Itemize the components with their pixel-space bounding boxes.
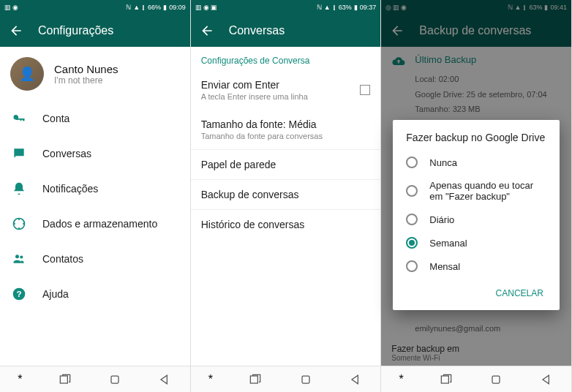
- nav-back-icon[interactable]: [539, 372, 554, 387]
- status-bar: ▥ ◉ ▣ ℕ ▲ ⫿ 63% ▮ 09:37: [191, 0, 381, 15]
- radio-icon: [406, 260, 418, 272]
- help-icon: ?: [12, 287, 26, 301]
- nav-home-icon[interactable]: [489, 372, 503, 387]
- item-title: Papel de parede: [201, 159, 371, 170]
- appbar-title: Conversas: [229, 24, 285, 37]
- svg-text:?: ?: [16, 289, 21, 298]
- battery-icon: ▮: [163, 4, 167, 11]
- radio-label: Nunca: [429, 157, 457, 168]
- nav-bar: *: [381, 366, 571, 392]
- menu-label: Notificações: [42, 183, 98, 195]
- radio-daily[interactable]: Diário: [393, 208, 560, 231]
- menu-contacts[interactable]: Contatos: [0, 241, 190, 276]
- radio-monthly[interactable]: Mensal: [393, 255, 560, 278]
- radio-never[interactable]: Nunca: [393, 151, 560, 174]
- profile-name: Canto Nunes: [54, 63, 118, 75]
- battery-text: 63%: [339, 4, 352, 11]
- app-bar: Configurações: [0, 15, 190, 47]
- nav-back-icon[interactable]: [157, 372, 172, 387]
- contacts-icon: [12, 252, 26, 266]
- nav-home-icon[interactable]: [108, 372, 122, 387]
- nfc-icon: ℕ: [317, 4, 322, 11]
- appbar-title: Configurações: [38, 24, 113, 37]
- radio-icon: [406, 157, 418, 168]
- item-title: Backup de conversas: [201, 189, 371, 200]
- backup-frequency-dialog: Fazer backup no Google Drive Nunca Apena…: [393, 120, 560, 310]
- item-title: Enviar com Enter: [201, 79, 308, 91]
- radio-icon: [406, 214, 418, 225]
- radio-label: Mensal: [429, 261, 460, 272]
- chat-icon: [12, 146, 26, 161]
- screen-backup: ◎ ▥ ◉ ℕ ▲ ⫿ 63% ▮ 09:41 Backup de conver…: [381, 0, 572, 392]
- svg-rect-8: [302, 376, 309, 383]
- status-bar: ▥ ◉ ℕ ▲ ⫿ 66% ▮ 09:09: [0, 0, 190, 15]
- svg-rect-6: [111, 376, 118, 383]
- bell-icon: [12, 181, 26, 196]
- cancel-button[interactable]: CANCELAR: [490, 284, 549, 303]
- wifi-icon: ▲: [324, 4, 331, 11]
- menu-account[interactable]: Conta: [0, 101, 190, 136]
- radio-label: Apenas quando eu tocar em "Fazer backup": [429, 180, 546, 202]
- nfc-icon: ℕ: [126, 4, 131, 11]
- back-icon[interactable]: [9, 23, 23, 38]
- clock-text: 09:37: [360, 4, 377, 11]
- svg-rect-5: [60, 376, 67, 383]
- nav-recent-icon[interactable]: [58, 372, 72, 387]
- radio-icon-selected: [406, 237, 418, 249]
- nav-menu-icon[interactable]: *: [399, 373, 403, 386]
- nav-menu-icon[interactable]: *: [208, 373, 213, 386]
- sim-icon: ▥: [4, 4, 11, 11]
- app-bar: Conversas: [191, 15, 381, 47]
- svg-rect-9: [441, 376, 448, 383]
- nav-home-icon[interactable]: [298, 372, 313, 387]
- sim-icon: ▥: [195, 4, 202, 11]
- svg-rect-7: [251, 376, 258, 383]
- nav-menu-icon[interactable]: *: [18, 373, 22, 386]
- item-enter-send[interactable]: Enviar com Enter A tecla Enter insere um…: [191, 70, 381, 110]
- nav-bar: *: [0, 366, 190, 392]
- radio-weekly[interactable]: Semanal: [393, 231, 560, 255]
- item-font-size[interactable]: Tamanho da fonte: Média Tamanho da fonte…: [191, 110, 381, 149]
- svg-point-1: [15, 255, 19, 258]
- checkbox[interactable]: [360, 85, 370, 95]
- battery-icon: ▮: [354, 4, 358, 11]
- screen-chats: ▥ ◉ ▣ ℕ ▲ ⫿ 63% ▮ 09:37 Conversas Config…: [191, 0, 382, 392]
- menu-label: Contatos: [42, 253, 83, 265]
- battery-text: 66%: [148, 4, 161, 11]
- nav-bar: *: [191, 366, 381, 392]
- nav-recent-icon[interactable]: [248, 372, 263, 387]
- radio-label: Semanal: [429, 238, 467, 249]
- profile-row[interactable]: 👤 Canto Nunes I'm not there: [0, 47, 190, 101]
- item-title: Tamanho da fonte: Média: [201, 118, 371, 130]
- data-icon: [12, 216, 26, 231]
- nav-recent-icon[interactable]: [439, 372, 454, 387]
- radio-icon: [406, 185, 418, 197]
- signal-icon: ⫿: [142, 4, 146, 11]
- item-history[interactable]: Histórico de conversas: [191, 210, 381, 239]
- clock-text: 09:09: [169, 4, 186, 11]
- item-subtitle: A tecla Enter insere uma linha: [201, 92, 308, 101]
- section-header: Configurações de Conversa: [191, 47, 381, 70]
- svg-point-2: [20, 255, 23, 258]
- wifi-icon: ▲: [133, 4, 140, 11]
- menu-notifications[interactable]: Notificações: [0, 171, 190, 206]
- item-subtitle: Tamanho da fonte para conversas: [201, 132, 371, 140]
- radio-manual[interactable]: Apenas quando eu tocar em "Fazer backup": [393, 174, 560, 208]
- app-icon: ◉: [203, 4, 209, 11]
- menu-label: Dados e armazenamento: [42, 218, 157, 230]
- screen-settings: ▥ ◉ ℕ ▲ ⫿ 66% ▮ 09:09 Configurações 👤 Ca…: [0, 0, 191, 392]
- menu-chats[interactable]: Conversas: [0, 136, 190, 171]
- item-wallpaper[interactable]: Papel de parede: [191, 150, 381, 179]
- menu-data[interactable]: Dados e armazenamento: [0, 206, 190, 241]
- back-icon[interactable]: [200, 23, 214, 38]
- menu-label: Conta: [42, 113, 69, 124]
- avatar: 👤: [10, 57, 44, 91]
- dialog-title: Fazer backup no Google Drive: [393, 132, 560, 151]
- app-icon: ▣: [211, 4, 217, 11]
- item-backup[interactable]: Backup de conversas: [191, 180, 381, 209]
- menu-help[interactable]: ? Ajuda: [0, 276, 190, 312]
- app-icon: ◉: [12, 4, 18, 11]
- menu-label: Conversas: [42, 148, 91, 159]
- item-title: Histórico de conversas: [201, 219, 371, 230]
- nav-back-icon[interactable]: [348, 372, 363, 387]
